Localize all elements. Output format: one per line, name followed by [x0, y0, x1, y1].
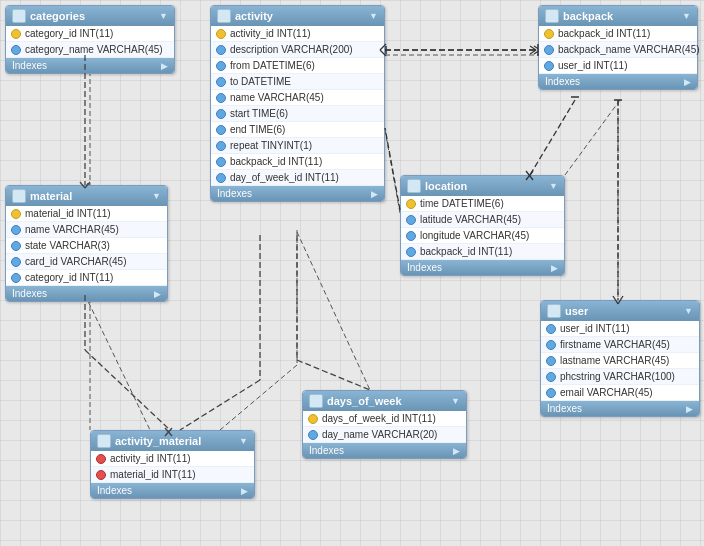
field-name: backpack_name VARCHAR(45)	[558, 44, 700, 55]
table-activity-material[interactable]: activity_material ▼ activity_id INT(11) …	[90, 430, 255, 499]
svg-line-43	[385, 128, 400, 210]
expand-icon: ▶	[551, 263, 558, 273]
indexes-label: Indexes	[545, 76, 580, 87]
svg-line-28	[297, 360, 370, 390]
field-name: name VARCHAR(45)	[230, 92, 324, 103]
table-activity-material-footer[interactable]: Indexes ▶	[91, 483, 254, 498]
table-icon	[407, 179, 421, 193]
field-name: category_id INT(11)	[25, 272, 113, 283]
table-row: end TIME(6)	[211, 122, 384, 138]
field-name: activity_id INT(11)	[110, 453, 191, 464]
table-categories-footer[interactable]: Indexes ▶	[6, 58, 174, 73]
table-categories-header[interactable]: categories ▼	[6, 6, 174, 26]
table-categories[interactable]: categories ▼ category_id INT(11) categor…	[5, 5, 175, 74]
table-row: backpack_id INT(11)	[211, 154, 384, 170]
table-user-footer[interactable]: Indexes ▶	[541, 401, 699, 416]
field-name: category_name VARCHAR(45)	[25, 44, 163, 55]
table-row: description VARCHAR(200)	[211, 42, 384, 58]
field-icon	[546, 388, 556, 398]
field-icon	[216, 173, 226, 183]
field-name: state VARCHAR(3)	[25, 240, 110, 251]
field-icon	[546, 372, 556, 382]
table-row: category_name VARCHAR(45)	[6, 42, 174, 58]
chevron-down-icon: ▼	[159, 11, 168, 21]
table-row: lastname VARCHAR(45)	[541, 353, 699, 369]
field-name: repeat TINYINT(1)	[230, 140, 312, 151]
table-row: repeat TINYINT(1)	[211, 138, 384, 154]
table-activity-footer[interactable]: Indexes ▶	[211, 186, 384, 201]
table-row: time DATETIME(6)	[401, 196, 564, 212]
field-icon	[216, 45, 226, 55]
table-row: firstname VARCHAR(45)	[541, 337, 699, 353]
table-days-of-week[interactable]: days_of_week ▼ days_of_week_id INT(11) d…	[302, 390, 467, 459]
field-name: start TIME(6)	[230, 108, 288, 119]
key-icon	[406, 199, 416, 209]
key-icon	[11, 29, 21, 39]
table-row: days_of_week_id INT(11)	[303, 411, 466, 427]
field-name: card_id VARCHAR(45)	[25, 256, 127, 267]
field-name: email VARCHAR(45)	[560, 387, 653, 398]
expand-icon: ▶	[161, 61, 168, 71]
table-days-title: days_of_week	[327, 395, 402, 407]
table-row: backpack_id INT(11)	[401, 244, 564, 260]
table-material[interactable]: material ▼ material_id INT(11) name VARC…	[5, 185, 168, 302]
table-location-footer[interactable]: Indexes ▶	[401, 260, 564, 275]
table-icon	[12, 189, 26, 203]
table-backpack[interactable]: backpack ▼ backpack_id INT(11) backpack_…	[538, 5, 698, 90]
field-name: from DATETIME(6)	[230, 60, 315, 71]
table-days-header[interactable]: days_of_week ▼	[303, 391, 466, 411]
field-icon	[11, 241, 21, 251]
table-icon	[12, 9, 26, 23]
field-name: day_of_week_id INT(11)	[230, 172, 339, 183]
indexes-label: Indexes	[407, 262, 442, 273]
svg-line-13	[85, 295, 150, 430]
table-days-footer[interactable]: Indexes ▶	[303, 443, 466, 458]
table-material-title: material	[30, 190, 72, 202]
table-icon	[309, 394, 323, 408]
chevron-down-icon: ▼	[549, 181, 558, 191]
table-material-footer[interactable]: Indexes ▶	[6, 286, 167, 301]
field-name: end TIME(6)	[230, 124, 285, 135]
table-row: latitude VARCHAR(45)	[401, 212, 564, 228]
table-activity-material-title: activity_material	[115, 435, 201, 447]
table-backpack-footer[interactable]: Indexes ▶	[539, 74, 697, 89]
table-row: activity_id INT(11)	[91, 451, 254, 467]
table-activity[interactable]: activity ▼ activity_id INT(11) descripti…	[210, 5, 385, 202]
field-name: days_of_week_id INT(11)	[322, 413, 436, 424]
table-row: from DATETIME(6)	[211, 58, 384, 74]
table-row: user_id INT(11)	[539, 58, 697, 74]
table-location[interactable]: location ▼ time DATETIME(6) latitude VAR…	[400, 175, 565, 276]
table-material-header[interactable]: material ▼	[6, 186, 167, 206]
field-icon	[546, 340, 556, 350]
field-icon	[406, 231, 416, 241]
field-name: category_id INT(11)	[25, 28, 113, 39]
field-name: phcstring VARCHAR(100)	[560, 371, 675, 382]
indexes-label: Indexes	[97, 485, 132, 496]
chevron-down-icon: ▼	[682, 11, 691, 21]
key-icon	[11, 209, 21, 219]
table-backpack-header[interactable]: backpack ▼	[539, 6, 697, 26]
table-user-header[interactable]: user ▼	[541, 301, 699, 321]
indexes-label: Indexes	[217, 188, 252, 199]
table-row: email VARCHAR(45)	[541, 385, 699, 401]
table-row: activity_id INT(11)	[211, 26, 384, 42]
svg-line-8	[297, 232, 370, 390]
field-name: to DATETIME	[230, 76, 291, 87]
expand-icon: ▶	[684, 77, 691, 87]
field-name: user_id INT(11)	[558, 60, 627, 71]
chevron-down-icon: ▼	[239, 436, 248, 446]
canvas: categories ▼ category_id INT(11) categor…	[0, 0, 704, 546]
field-name: material_id INT(11)	[25, 208, 111, 219]
field-name: backpack_id INT(11)	[420, 246, 512, 257]
table-location-header[interactable]: location ▼	[401, 176, 564, 196]
table-user[interactable]: user ▼ user_id INT(11) firstname VARCHAR…	[540, 300, 700, 417]
table-icon	[547, 304, 561, 318]
table-activity-header[interactable]: activity ▼	[211, 6, 384, 26]
table-activity-material-header[interactable]: activity_material ▼	[91, 431, 254, 451]
field-icon	[546, 356, 556, 366]
table-location-title: location	[425, 180, 467, 192]
table-row: material_id INT(11)	[6, 206, 167, 222]
expand-icon: ▶	[241, 486, 248, 496]
table-row: backpack_name VARCHAR(45)	[539, 42, 697, 58]
field-name: description VARCHAR(200)	[230, 44, 353, 55]
